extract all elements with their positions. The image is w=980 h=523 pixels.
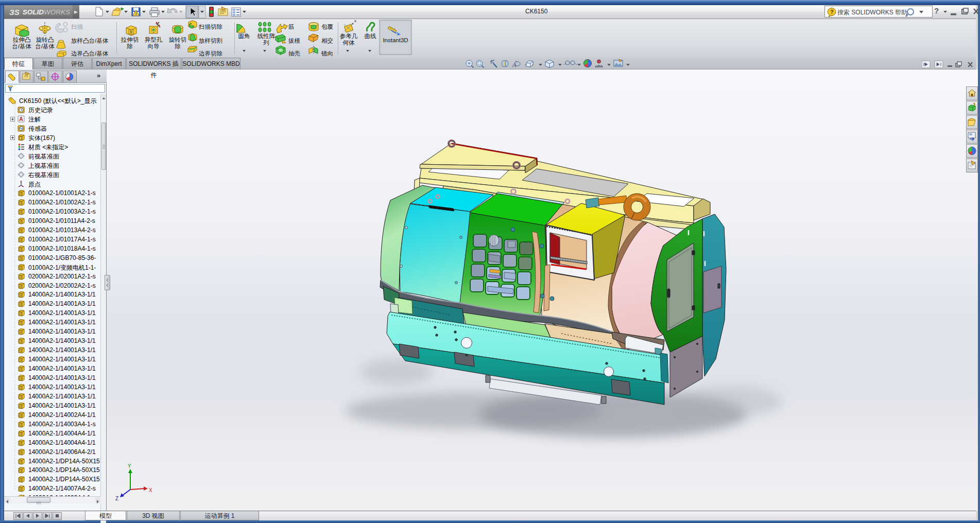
svg-text:Z: Z: [115, 496, 118, 501]
svg-text:Y: Y: [128, 463, 131, 469]
svg-text:!: !: [135, 11, 137, 16]
svg-text:?: ?: [830, 9, 834, 15]
svg-text:A: A: [19, 116, 23, 122]
svg-text:X: X: [149, 487, 152, 493]
